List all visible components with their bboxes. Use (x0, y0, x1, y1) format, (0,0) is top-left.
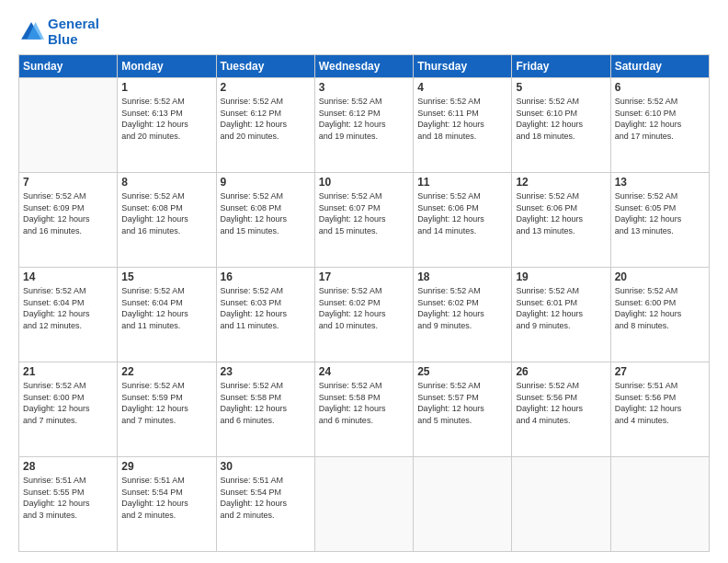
calendar-cell: 7Sunrise: 5:52 AM Sunset: 6:09 PM Daylig… (19, 173, 118, 268)
day-number: 10 (319, 176, 409, 189)
calendar-cell: 27Sunrise: 5:51 AM Sunset: 5:56 PM Dayli… (610, 362, 709, 457)
day-number: 18 (417, 270, 507, 283)
calendar-cell: 29Sunrise: 5:51 AM Sunset: 5:54 PM Dayli… (118, 457, 216, 552)
calendar-cell: 11Sunrise: 5:52 AM Sunset: 6:06 PM Dayli… (414, 173, 512, 268)
day-number: 27 (615, 365, 705, 378)
day-info: Sunrise: 5:52 AM Sunset: 6:03 PM Dayligh… (221, 285, 311, 331)
calendar-week-row: 7Sunrise: 5:52 AM Sunset: 6:09 PM Daylig… (19, 173, 710, 268)
day-info: Sunrise: 5:52 AM Sunset: 6:01 PM Dayligh… (516, 285, 606, 331)
day-number: 28 (23, 460, 113, 473)
day-info: Sunrise: 5:52 AM Sunset: 6:06 PM Dayligh… (417, 190, 507, 236)
calendar-cell: 28Sunrise: 5:51 AM Sunset: 5:55 PM Dayli… (19, 457, 118, 552)
day-info: Sunrise: 5:52 AM Sunset: 5:56 PM Dayligh… (516, 380, 606, 426)
calendar-cell: 22Sunrise: 5:52 AM Sunset: 5:59 PM Dayli… (118, 362, 216, 457)
day-number: 11 (417, 176, 507, 189)
calendar-cell: 17Sunrise: 5:52 AM Sunset: 6:02 PM Dayli… (314, 268, 413, 362)
day-info: Sunrise: 5:52 AM Sunset: 6:10 PM Dayligh… (516, 96, 606, 142)
weekday-header: Monday (118, 55, 216, 78)
calendar-cell: 12Sunrise: 5:52 AM Sunset: 6:06 PM Dayli… (512, 173, 610, 268)
day-number: 21 (23, 365, 113, 378)
calendar-cell (512, 457, 610, 552)
logo-text: General Blue (48, 17, 99, 47)
weekday-header: Friday (512, 55, 610, 78)
calendar-cell (314, 457, 413, 552)
day-info: Sunrise: 5:52 AM Sunset: 6:10 PM Dayligh… (615, 96, 705, 142)
calendar-cell: 5Sunrise: 5:52 AM Sunset: 6:10 PM Daylig… (512, 78, 610, 173)
calendar-cell: 20Sunrise: 5:52 AM Sunset: 6:00 PM Dayli… (610, 268, 709, 362)
day-number: 12 (516, 176, 606, 189)
day-info: Sunrise: 5:52 AM Sunset: 6:00 PM Dayligh… (23, 380, 113, 426)
day-number: 6 (615, 81, 705, 94)
day-info: Sunrise: 5:51 AM Sunset: 5:54 PM Dayligh… (221, 475, 311, 521)
calendar-week-row: 1Sunrise: 5:52 AM Sunset: 6:13 PM Daylig… (19, 78, 710, 173)
day-info: Sunrise: 5:52 AM Sunset: 6:09 PM Dayligh… (23, 190, 113, 236)
calendar-cell: 30Sunrise: 5:51 AM Sunset: 5:54 PM Dayli… (216, 457, 314, 552)
calendar-cell: 8Sunrise: 5:52 AM Sunset: 6:08 PM Daylig… (118, 173, 216, 268)
day-info: Sunrise: 5:52 AM Sunset: 6:04 PM Dayligh… (23, 285, 113, 331)
day-info: Sunrise: 5:52 AM Sunset: 6:05 PM Dayligh… (615, 190, 705, 236)
weekday-header: Tuesday (216, 55, 314, 78)
calendar-week-row: 21Sunrise: 5:52 AM Sunset: 6:00 PM Dayli… (19, 362, 710, 457)
calendar-cell: 21Sunrise: 5:52 AM Sunset: 6:00 PM Dayli… (19, 362, 118, 457)
calendar-cell: 2Sunrise: 5:52 AM Sunset: 6:12 PM Daylig… (216, 78, 314, 173)
header: General Blue (18, 17, 710, 47)
day-number: 22 (121, 365, 211, 378)
calendar-cell: 15Sunrise: 5:52 AM Sunset: 6:04 PM Dayli… (118, 268, 216, 362)
calendar-week-row: 28Sunrise: 5:51 AM Sunset: 5:55 PM Dayli… (19, 457, 710, 552)
day-number: 2 (221, 81, 311, 94)
calendar-cell: 10Sunrise: 5:52 AM Sunset: 6:07 PM Dayli… (314, 173, 413, 268)
day-number: 17 (319, 270, 409, 283)
logo: General Blue (18, 17, 99, 47)
day-info: Sunrise: 5:52 AM Sunset: 6:08 PM Dayligh… (221, 190, 311, 236)
calendar-cell: 4Sunrise: 5:52 AM Sunset: 6:11 PM Daylig… (414, 78, 512, 173)
weekday-header: Wednesday (314, 55, 413, 78)
calendar-cell: 3Sunrise: 5:52 AM Sunset: 6:12 PM Daylig… (314, 78, 413, 173)
day-info: Sunrise: 5:52 AM Sunset: 6:12 PM Dayligh… (221, 96, 311, 142)
weekday-header-row: SundayMondayTuesdayWednesdayThursdayFrid… (19, 55, 710, 78)
calendar-cell: 1Sunrise: 5:52 AM Sunset: 6:13 PM Daylig… (118, 78, 216, 173)
day-number: 3 (319, 81, 409, 94)
calendar-cell: 26Sunrise: 5:52 AM Sunset: 5:56 PM Dayli… (512, 362, 610, 457)
day-info: Sunrise: 5:52 AM Sunset: 5:58 PM Dayligh… (221, 380, 311, 426)
day-info: Sunrise: 5:52 AM Sunset: 6:02 PM Dayligh… (417, 285, 507, 331)
day-info: Sunrise: 5:52 AM Sunset: 6:07 PM Dayligh… (319, 190, 409, 236)
calendar-cell: 9Sunrise: 5:52 AM Sunset: 6:08 PM Daylig… (216, 173, 314, 268)
day-info: Sunrise: 5:51 AM Sunset: 5:54 PM Dayligh… (121, 475, 211, 521)
day-number: 1 (121, 81, 211, 94)
calendar-cell: 14Sunrise: 5:52 AM Sunset: 6:04 PM Dayli… (19, 268, 118, 362)
day-info: Sunrise: 5:52 AM Sunset: 6:11 PM Dayligh… (417, 96, 507, 142)
day-number: 23 (221, 365, 311, 378)
page: General Blue SundayMondayTuesdayWednesda… (0, 0, 728, 563)
day-number: 7 (23, 176, 113, 189)
day-number: 13 (615, 176, 705, 189)
day-info: Sunrise: 5:52 AM Sunset: 6:02 PM Dayligh… (319, 285, 409, 331)
calendar-cell: 23Sunrise: 5:52 AM Sunset: 5:58 PM Dayli… (216, 362, 314, 457)
logo-icon (18, 19, 44, 45)
day-number: 24 (319, 365, 409, 378)
day-info: Sunrise: 5:52 AM Sunset: 5:58 PM Dayligh… (319, 380, 409, 426)
calendar-cell: 19Sunrise: 5:52 AM Sunset: 6:01 PM Dayli… (512, 268, 610, 362)
day-number: 5 (516, 81, 606, 94)
day-info: Sunrise: 5:52 AM Sunset: 5:57 PM Dayligh… (417, 380, 507, 426)
weekday-header: Sunday (19, 55, 118, 78)
day-info: Sunrise: 5:51 AM Sunset: 5:55 PM Dayligh… (23, 475, 113, 521)
calendar-table: SundayMondayTuesdayWednesdayThursdayFrid… (18, 54, 710, 552)
weekday-header: Saturday (610, 55, 709, 78)
day-number: 19 (516, 270, 606, 283)
day-info: Sunrise: 5:52 AM Sunset: 6:08 PM Dayligh… (121, 190, 211, 236)
calendar-week-row: 14Sunrise: 5:52 AM Sunset: 6:04 PM Dayli… (19, 268, 710, 362)
calendar-cell: 24Sunrise: 5:52 AM Sunset: 5:58 PM Dayli… (314, 362, 413, 457)
calendar-cell: 18Sunrise: 5:52 AM Sunset: 6:02 PM Dayli… (414, 268, 512, 362)
day-number: 30 (221, 460, 311, 473)
day-info: Sunrise: 5:52 AM Sunset: 6:12 PM Dayligh… (319, 96, 409, 142)
calendar-cell (19, 78, 118, 173)
day-info: Sunrise: 5:52 AM Sunset: 6:06 PM Dayligh… (516, 190, 606, 236)
calendar-cell: 6Sunrise: 5:52 AM Sunset: 6:10 PM Daylig… (610, 78, 709, 173)
calendar-cell: 16Sunrise: 5:52 AM Sunset: 6:03 PM Dayli… (216, 268, 314, 362)
day-number: 26 (516, 365, 606, 378)
day-number: 4 (417, 81, 507, 94)
calendar-cell: 25Sunrise: 5:52 AM Sunset: 5:57 PM Dayli… (414, 362, 512, 457)
calendar-cell (414, 457, 512, 552)
day-number: 15 (121, 270, 211, 283)
day-info: Sunrise: 5:52 AM Sunset: 6:13 PM Dayligh… (121, 96, 211, 142)
